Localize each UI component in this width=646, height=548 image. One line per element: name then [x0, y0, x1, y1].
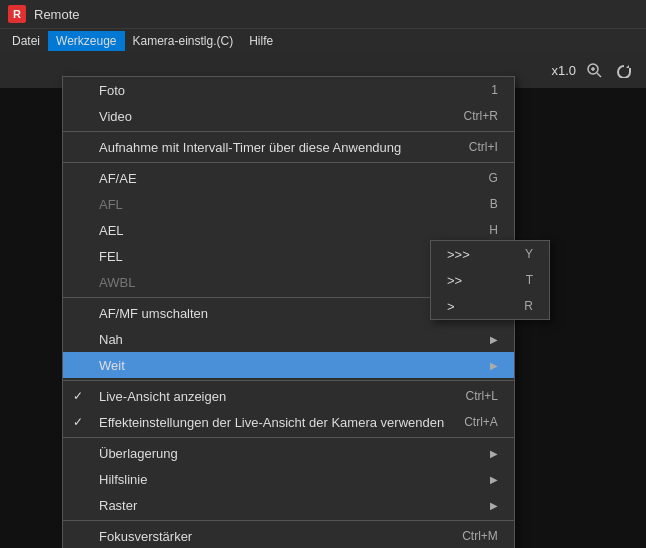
- separator-1: [63, 131, 514, 132]
- menu-fokusverstaerker[interactable]: Fokusverstärker Ctrl+M: [63, 523, 514, 548]
- app-title: Remote: [34, 7, 80, 22]
- separator-5: [63, 437, 514, 438]
- separator-6: [63, 520, 514, 521]
- menu-live-anzeigen[interactable]: ✓ Live-Ansicht anzeigen Ctrl+L: [63, 383, 514, 409]
- menu-foto[interactable]: Foto 1: [63, 77, 514, 103]
- menu-werkzeuge[interactable]: Werkzeuge: [48, 31, 124, 51]
- menu-raster[interactable]: Raster ▶: [63, 492, 514, 518]
- hilfslinie-submenu-arrow: ▶: [490, 474, 498, 485]
- menu-bar: Datei Werkzeuge Kamera-einstlg.(C) Hilfe: [0, 28, 646, 52]
- menu-kamera[interactable]: Kamera-einstlg.(C): [125, 31, 242, 51]
- weit-submenu-2[interactable]: >> T: [431, 267, 549, 293]
- live-anzeigen-check: ✓: [73, 389, 83, 403]
- effekteinstellungen-check: ✓: [73, 415, 83, 429]
- weit-submenu: >>> Y >> T > R: [430, 240, 550, 320]
- reset-button[interactable]: [612, 58, 636, 82]
- separator-4: [63, 380, 514, 381]
- menu-aufnahme[interactable]: Aufnahme mit Intervall-Timer über diese …: [63, 134, 514, 160]
- menu-hilfslinie[interactable]: Hilfslinie ▶: [63, 466, 514, 492]
- weit-submenu-arrow: ▶: [490, 360, 498, 371]
- menu-video[interactable]: Video Ctrl+R: [63, 103, 514, 129]
- ueberlagerung-submenu-arrow: ▶: [490, 448, 498, 459]
- menu-afae[interactable]: AF/AE G: [63, 165, 514, 191]
- raster-submenu-arrow: ▶: [490, 500, 498, 511]
- title-bar: R Remote: [0, 0, 646, 28]
- nah-submenu-arrow: ▶: [490, 334, 498, 345]
- app-icon: R: [8, 5, 26, 23]
- menu-effekteinstellungen[interactable]: ✓ Effekteinstellungen der Live-Ansicht d…: [63, 409, 514, 435]
- main-area: x1.0 Foto 1 Video Ctrl+R Aufnahme: [0, 52, 646, 548]
- zoom-label: x1.0: [551, 63, 576, 78]
- menu-datei[interactable]: Datei: [4, 31, 48, 51]
- menu-weit[interactable]: Weit ▶: [63, 352, 514, 378]
- svg-line-1: [597, 73, 601, 77]
- weit-submenu-1[interactable]: > R: [431, 293, 549, 319]
- menu-afl: AFL B: [63, 191, 514, 217]
- menu-ueberlagerung[interactable]: Überlagerung ▶: [63, 440, 514, 466]
- separator-2: [63, 162, 514, 163]
- menu-hilfe[interactable]: Hilfe: [241, 31, 281, 51]
- menu-nah[interactable]: Nah ▶: [63, 326, 514, 352]
- zoom-in-button[interactable]: [582, 58, 606, 82]
- weit-submenu-3[interactable]: >>> Y: [431, 241, 549, 267]
